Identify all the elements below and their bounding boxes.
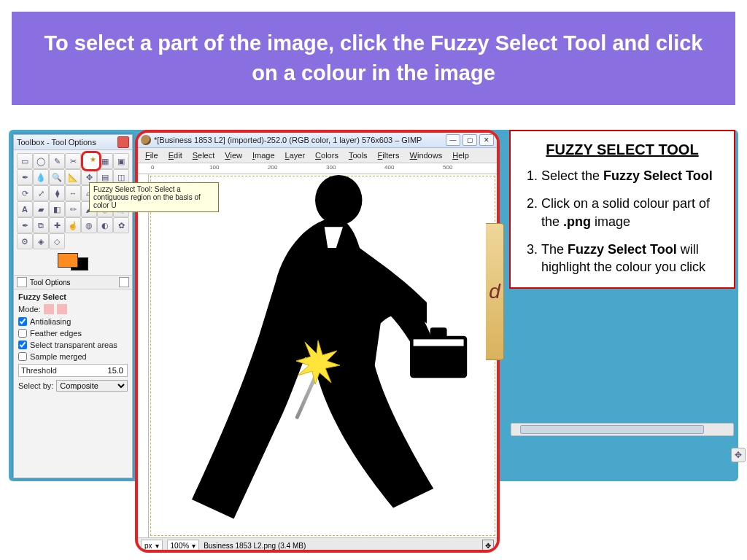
eyedrop-icon[interactable]: 💧 [33, 169, 49, 185]
crop-icon[interactable]: ▣ [113, 153, 129, 169]
banner-text: To select a part of the image, click the… [32, 28, 715, 88]
fuzzy-select-icon[interactable] [81, 151, 101, 171]
rotate-icon[interactable]: ⟳ [17, 185, 33, 201]
tool-extra3-icon[interactable]: ◇ [49, 233, 65, 249]
tool-options-label: Tool Options [30, 279, 71, 287]
feather-label: Feather edges [30, 329, 82, 338]
smudge-icon[interactable]: ☝ [65, 217, 81, 233]
instruction-banner: To select a part of the image, click the… [12, 12, 735, 105]
dock-handle-icon[interactable] [17, 277, 27, 287]
fg-color-swatch[interactable] [58, 253, 78, 268]
statusbar: px▾ 100%▾ Business 1853 L2.png (3.4 MB) … [138, 537, 497, 553]
heal-icon[interactable]: ✚ [49, 217, 65, 233]
mode-label: Mode: [18, 305, 41, 314]
menu-colors[interactable]: Colors [311, 149, 343, 161]
rect-select-icon[interactable]: ▭ [17, 153, 33, 169]
gimp-logo-icon [141, 135, 151, 145]
menu-windows[interactable]: Windows [406, 149, 447, 161]
selectby-dropdown[interactable]: Composite [56, 380, 128, 392]
instruction-step: Click on a solid colour part of the .png… [541, 195, 722, 230]
status-unit[interactable]: px▾ [141, 540, 163, 551]
window-titlebar[interactable]: *[Business 1853 L2] (imported)-252.0 (RG… [138, 133, 497, 148]
scissors-icon[interactable]: ✂ [65, 153, 81, 169]
svg-marker-5 [296, 341, 340, 384]
svg-rect-3 [413, 340, 463, 346]
fuzzy-tool-tooltip: Fuzzy Select Tool: Select a contiguous r… [89, 182, 219, 212]
instruction-step: The Fuzzy Select Tool will highlight the… [541, 241, 722, 276]
dock-menu-icon[interactable] [119, 277, 129, 287]
antialias-checkbox[interactable] [18, 317, 27, 326]
image-canvas[interactable] [150, 176, 495, 536]
tooltip-text: Fuzzy Select Tool: Select a contiguous r… [93, 185, 201, 209]
threshold-input[interactable] [93, 365, 125, 376]
transparent-checkbox[interactable] [18, 341, 27, 349]
tool-options-header: Tool Options [14, 275, 132, 289]
menu-filters[interactable]: Filters [374, 149, 404, 161]
feather-checkbox[interactable] [18, 329, 27, 338]
menu-image[interactable]: Image [248, 149, 279, 161]
selectby-label: Select by: [18, 381, 53, 390]
status-zoom[interactable]: 100%▾ [167, 540, 200, 551]
ellipse-select-icon[interactable]: ◯ [33, 153, 49, 169]
mypaint-icon[interactable]: ✿ [113, 217, 129, 233]
threshold-label: Threshold [21, 366, 57, 375]
menu-file[interactable]: File [141, 149, 163, 161]
close-icon[interactable] [117, 136, 129, 148]
fill-icon[interactable]: ▰ [33, 201, 49, 217]
window-title-text: *[Business 1853 L2] (imported)-252.0 (RG… [154, 136, 422, 144]
menu-help[interactable]: Help [448, 149, 473, 161]
pencil-icon[interactable]: ✏ [65, 201, 81, 217]
canvas-area [138, 174, 497, 537]
clone-icon[interactable]: ⧉ [33, 217, 49, 233]
status-file: Business 1853 L2.png (3.4 MB) [204, 542, 478, 550]
instruction-box: FUZZY SELECT TOOL Select the Fuzzy Selec… [509, 130, 735, 289]
current-tool-name: Fuzzy Select [18, 292, 66, 301]
click-burst-icon [295, 340, 341, 388]
shear-icon[interactable]: ⧫ [49, 185, 65, 201]
horizontal-scrollbar[interactable] [511, 423, 734, 436]
sample-merged-checkbox[interactable] [18, 352, 27, 361]
close-window-icon[interactable]: ✕ [479, 134, 494, 146]
zoom-icon[interactable]: 🔍 [49, 169, 65, 185]
mode-add-icon[interactable] [57, 304, 67, 314]
measure-icon[interactable]: 📐 [65, 169, 81, 185]
transparent-label: Select transparent areas [30, 341, 117, 349]
scale-icon[interactable]: ⤢ [33, 185, 49, 201]
menu-tools[interactable]: Tools [344, 149, 372, 161]
navigation-pan-icon[interactable]: ✥ [731, 448, 746, 462]
tool-extra1-icon[interactable]: ⚙ [17, 233, 33, 249]
ink-icon[interactable]: ✒ [17, 217, 33, 233]
background-banner-sliver: d [486, 223, 504, 360]
menu-select[interactable]: Select [188, 149, 220, 161]
tool-options-body: Fuzzy Select Mode: Antialiasing Feather … [14, 289, 132, 394]
nav-pan-icon[interactable]: ✥ [482, 540, 494, 551]
instruction-title: FUZZY SELECT TOOL [522, 141, 722, 158]
mode-replace-icon[interactable] [44, 304, 54, 314]
dodge-icon[interactable]: ◐ [97, 217, 113, 233]
instruction-step: Select the Fuzzy Select Tool [541, 167, 722, 184]
text-icon[interactable]: A [17, 201, 33, 217]
menu-layer[interactable]: Layer [281, 149, 310, 161]
svg-rect-2 [430, 327, 446, 338]
gradient-icon[interactable]: ◧ [49, 201, 65, 217]
antialias-label: Antialiasing [30, 317, 71, 326]
toolbox-titlebar[interactable]: Toolbox - Tool Options [14, 135, 132, 150]
mode-intersect-icon[interactable] [83, 304, 93, 314]
paths-icon[interactable]: ✒ [17, 169, 33, 185]
maximize-icon[interactable]: ▢ [462, 134, 477, 146]
toolbox-title: Toolbox - Tool Options [17, 138, 96, 147]
flip-icon[interactable]: ↔ [65, 185, 81, 201]
mode-subtract-icon[interactable] [70, 304, 80, 314]
tool-extra2-icon[interactable]: ◈ [33, 233, 49, 249]
minimize-icon[interactable]: — [446, 134, 460, 146]
blur-icon[interactable]: ◍ [81, 217, 97, 233]
menubar: File Edit Select View Image Layer Colors… [138, 148, 497, 163]
sample-merged-label: Sample merged [30, 352, 87, 361]
color-swatches[interactable] [14, 251, 132, 275]
menu-view[interactable]: View [220, 149, 247, 161]
menu-edit[interactable]: Edit [164, 149, 187, 161]
lasso-icon[interactable]: ✎ [49, 153, 65, 169]
